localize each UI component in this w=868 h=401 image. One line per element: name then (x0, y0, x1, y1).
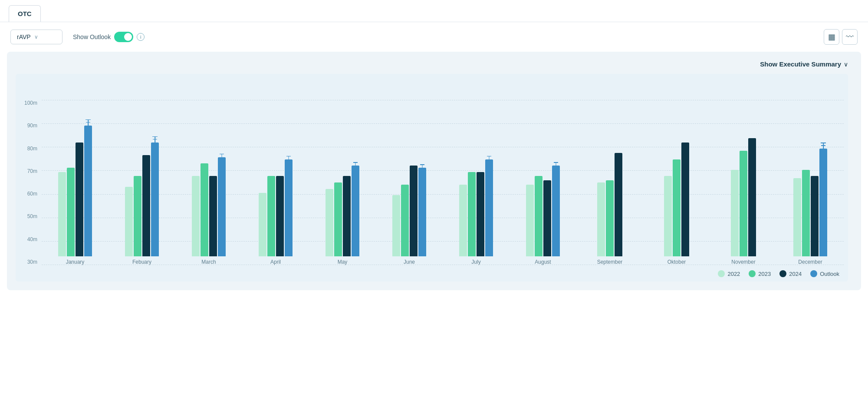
y-axis-label: 30m (20, 259, 37, 265)
month-group: January (42, 100, 108, 265)
bar-outlook (485, 159, 493, 256)
legend-item: Outlook (810, 270, 839, 277)
bar-outlook (352, 166, 359, 256)
month-bars (443, 159, 510, 256)
bar-2023 (334, 182, 342, 256)
page-wrapper: OTC rAVP ∨ Show Outlook i ▦ 〰 Show Execu (0, 0, 868, 401)
bar-outlook (151, 143, 159, 256)
error-bar (88, 119, 89, 126)
legend-color-dot (718, 270, 725, 277)
chart-container: 30m40m50m60m70m80m90m100m JanuaryFebuary… (20, 83, 844, 265)
wave-chart-icon: 〰 (846, 33, 854, 42)
bar-2022 (526, 185, 534, 256)
month-group: Febuary (108, 100, 175, 265)
legend-label: 2024 (789, 271, 802, 277)
bars-area: JanuaryFebuaryMarchAprilMayJuneJulyAugus… (42, 100, 844, 265)
month-bars (576, 153, 643, 256)
bar-2024 (748, 138, 756, 256)
bar-2022 (326, 189, 333, 256)
bar-2023 (740, 151, 747, 256)
month-bars (309, 166, 376, 256)
y-axis-label: 60m (20, 191, 37, 197)
show-outlook-label: Show Outlook (73, 33, 111, 40)
header-tabs: OTC (0, 0, 868, 22)
month-bars (643, 143, 710, 256)
bar-2023 (802, 170, 810, 256)
chart-section: Show Executive Summary ∨ 30m40m50m60m70m… (7, 52, 861, 290)
month-label: December (798, 259, 822, 265)
month-label: May (338, 259, 348, 265)
month-bars (777, 149, 844, 256)
month-group: April (242, 100, 309, 265)
month-label: August (535, 259, 551, 265)
otc-tab[interactable]: OTC (9, 5, 41, 22)
y-axis-label: 40m (20, 236, 37, 242)
error-bar-cap (85, 119, 91, 120)
month-group: September (576, 100, 643, 265)
bar-outlook (84, 126, 92, 256)
error-bar (823, 143, 824, 149)
ravp-dropdown[interactable]: rAVP ∨ (10, 30, 62, 44)
bar-outlook (552, 166, 560, 256)
chevron-down-icon: ∨ (844, 61, 848, 68)
toolbar-right: ▦ 〰 (824, 29, 858, 45)
bar-2022 (664, 176, 672, 256)
bar-2024 (209, 176, 217, 256)
chart-area: 30m40m50m60m70m80m90m100m JanuaryFebuary… (16, 74, 848, 282)
bar-2024 (477, 172, 484, 256)
bar-2023 (267, 176, 275, 256)
toggle-knob (124, 33, 132, 41)
toolbar: rAVP ∨ Show Outlook i ▦ 〰 (0, 22, 868, 52)
y-axis-label: 70m (20, 168, 37, 174)
bar-2022 (259, 193, 266, 256)
legend-label: 2023 (758, 271, 771, 277)
y-axis-label: 80m (20, 146, 37, 152)
month-label: November (731, 259, 755, 265)
month-label: March (201, 259, 216, 265)
month-label: July (471, 259, 480, 265)
month-bars (376, 166, 443, 256)
bar-2022 (125, 187, 133, 256)
bar-outlook (218, 157, 226, 256)
show-outlook-control: Show Outlook i (73, 32, 145, 42)
bar-chart-btn[interactable]: ▦ (824, 29, 839, 45)
bar-2022 (58, 172, 66, 256)
exec-summary-label: Show Executive Summary (760, 60, 841, 68)
bar-2024 (76, 143, 83, 256)
dropdown-value: rAVP (17, 33, 31, 40)
bar-2023 (468, 172, 476, 256)
month-label: Oktober (667, 259, 686, 265)
bar-2023 (201, 163, 208, 256)
y-axis-label: 50m (20, 213, 37, 219)
bar-chart-icon: ▦ (828, 32, 835, 42)
bar-2024 (343, 176, 351, 256)
month-bars (242, 159, 309, 256)
month-bars (175, 157, 242, 256)
info-icon[interactable]: i (137, 33, 145, 41)
wave-chart-btn[interactable]: 〰 (842, 29, 858, 45)
error-bar (155, 136, 155, 143)
error-bar-cap (152, 136, 158, 137)
y-axis: 30m40m50m60m70m80m90m100m (20, 100, 42, 265)
bar-2023 (673, 159, 681, 256)
month-group: November (710, 100, 777, 265)
month-group: March (175, 100, 242, 265)
legend-label: 2022 (727, 271, 740, 277)
error-bar-cap (821, 143, 826, 143)
legend-color-dot (779, 270, 786, 277)
month-label: September (597, 259, 623, 265)
bar-outlook (418, 168, 426, 256)
bar-2022 (597, 182, 605, 256)
month-group: June (376, 100, 443, 265)
legend-color-dot (749, 270, 756, 277)
legend-color-dot (810, 270, 817, 277)
bar-outlook (285, 159, 293, 256)
month-group: May (309, 100, 376, 265)
month-bars (42, 126, 108, 256)
bar-2024 (543, 180, 551, 256)
exec-summary-row[interactable]: Show Executive Summary ∨ (16, 60, 848, 68)
bar-2022 (392, 195, 400, 256)
month-label: Febuary (132, 259, 151, 265)
outlook-toggle[interactable] (114, 32, 133, 42)
bar-2024 (615, 153, 622, 256)
